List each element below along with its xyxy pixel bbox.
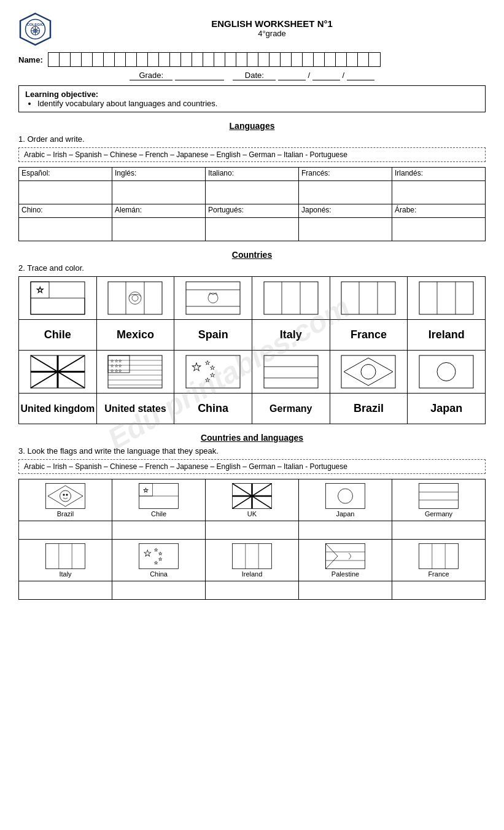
svg-rect-61 — [46, 483, 85, 508]
flag-brazil — [330, 351, 408, 394]
answer-france[interactable] — [392, 581, 486, 600]
answer-brazil[interactable] — [19, 521, 112, 540]
mini-flag-palestine: Palestine — [299, 540, 392, 581]
lang-answer-japones[interactable] — [299, 218, 392, 241]
date-input-month[interactable] — [312, 71, 340, 80]
answer-uk[interactable] — [206, 521, 299, 540]
svg-rect-28 — [419, 282, 473, 314]
name-label: Name: — [18, 55, 43, 64]
lang-answer-ingles[interactable] — [112, 181, 206, 204]
grade-input[interactable] — [175, 71, 224, 80]
svg-rect-53 — [264, 355, 318, 388]
svg-rect-77 — [419, 483, 459, 508]
answer-ireland[interactable] — [206, 581, 299, 600]
objective-box: Learning objective: Identify vocabulary … — [18, 85, 486, 112]
mini-flag-chile: ☆ Chile — [112, 479, 206, 521]
svg-text:★: ★ — [158, 557, 162, 561]
lang-answer-italiano[interactable] — [206, 181, 299, 204]
lang-answer-chino[interactable] — [19, 218, 112, 241]
grade-label: Grade: — [130, 71, 173, 80]
svg-text:★: ★ — [154, 548, 158, 552]
lang-answer-arabe[interactable] — [392, 218, 486, 241]
flag-germany — [252, 351, 330, 394]
svg-text:★: ★ — [192, 361, 201, 373]
date-label: Date: — [233, 71, 276, 80]
section2-title: Countries — [18, 250, 486, 260]
answer-italy[interactable] — [19, 581, 112, 600]
mini-flag-germany: Germany — [392, 479, 486, 521]
flag-italy — [252, 277, 330, 320]
mini-flag-china: ★ ★ ★ ★ ★ China — [112, 540, 206, 581]
flag-us: ★ ★ ★ ★ ★ ★ ★ ★ ★ — [96, 351, 174, 394]
svg-text:★: ★ — [144, 548, 152, 558]
mini-flag-china-label: China — [114, 570, 204, 578]
svg-point-64 — [63, 494, 64, 495]
answer-germany[interactable] — [392, 521, 486, 540]
lang-answer-aleman[interactable] — [112, 218, 206, 241]
lang-header-espanol: Español: — [19, 168, 112, 181]
lang-header-portugues: Portugués: — [206, 204, 299, 218]
svg-text:☆: ☆ — [143, 487, 149, 494]
svg-text:★: ★ — [210, 365, 215, 371]
svg-text:☆: ☆ — [36, 285, 44, 295]
country-label-us: United states — [96, 394, 174, 424]
flag-china: ★ ★ ★ ★ ★ — [174, 351, 252, 394]
svg-rect-13 — [108, 282, 162, 314]
mini-flag-uk: UK — [206, 479, 299, 521]
mini-flag-france-label: France — [394, 570, 484, 578]
country-label-japan: Japan — [408, 394, 486, 424]
mini-flag-ireland-label: Ireland — [207, 570, 297, 578]
lang-header-italiano: Italiano: — [206, 168, 299, 181]
date-input-day[interactable] — [278, 71, 306, 80]
answer-chile[interactable] — [112, 521, 206, 540]
country-label-germany: Germany — [252, 394, 330, 424]
grade-date-row: Grade: Date: / / — [18, 71, 486, 80]
svg-text:★ ★ ★: ★ ★ ★ — [110, 364, 122, 368]
lang-answer-irlandes[interactable] — [392, 181, 486, 204]
lang-header-japones: Japonés: — [299, 204, 392, 218]
country-label-uk: United kingdom — [19, 394, 97, 424]
svg-rect-59 — [419, 355, 473, 388]
answer-japan[interactable] — [299, 521, 392, 540]
flags-section-table: Brazil ☆ Chile UK — [18, 479, 486, 600]
mini-flag-ireland: Ireland — [206, 540, 299, 581]
svg-rect-75 — [326, 483, 365, 508]
svg-text:★ ★ ★: ★ ★ ★ — [110, 359, 122, 363]
section2-instruction: 2. Trace and color. — [18, 263, 486, 273]
svg-text:★: ★ — [158, 551, 162, 556]
flag-spain — [174, 277, 252, 320]
section1-instruction: 1. Order and write. — [18, 134, 486, 144]
country-label-china: China — [174, 394, 252, 424]
lang-header-irlandes: Irlandés: — [392, 168, 486, 181]
lang-header-ingles: Inglés: — [112, 168, 206, 181]
mini-flag-uk-label: UK — [207, 510, 297, 518]
lang-answer-frances[interactable] — [299, 181, 392, 204]
mini-flag-chile-label: Chile — [114, 510, 204, 518]
date-input-year[interactable] — [347, 71, 374, 80]
objective-title: Learning objective: — [25, 90, 479, 99]
answer-china[interactable] — [112, 581, 206, 600]
lang-answer-portugues[interactable] — [206, 218, 299, 241]
svg-rect-22 — [264, 282, 318, 314]
name-input-grid[interactable] — [48, 52, 381, 67]
section3-title: Countries and languages — [18, 433, 486, 443]
svg-rect-92 — [326, 543, 365, 568]
country-label-ireland: Ireland — [408, 320, 486, 351]
svg-rect-18 — [186, 282, 240, 314]
lang-answer-espanol[interactable] — [19, 181, 112, 204]
worksheet-title: ENGLISH WORKSHEET N°1 — [58, 18, 486, 29]
section3-wordbank: Arabic – Irish – Spanish – Chinese – Fre… — [18, 459, 486, 474]
svg-rect-56 — [341, 355, 395, 388]
country-label-brazil: Brazil — [330, 394, 408, 424]
mini-flag-japan-label: Japan — [300, 510, 390, 518]
objective-bullet: Identify vocabulary about languages and … — [37, 99, 479, 108]
mini-flag-italy: Italy — [19, 540, 112, 581]
answer-palestine[interactable] — [299, 581, 392, 600]
school-logo: COLEGIO — [18, 12, 52, 46]
flag-chile: ☆ — [19, 277, 97, 320]
mini-flag-brazil-label: Brazil — [20, 510, 110, 518]
svg-text:★: ★ — [205, 377, 210, 383]
svg-point-65 — [66, 494, 68, 495]
mini-flag-palestine-label: Palestine — [300, 570, 390, 578]
mini-flag-italy-label: Italy — [20, 570, 110, 578]
